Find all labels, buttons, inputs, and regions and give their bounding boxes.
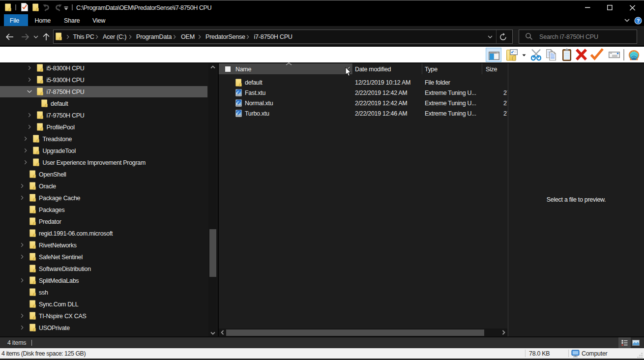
- svg-text:?: ?: [637, 18, 640, 24]
